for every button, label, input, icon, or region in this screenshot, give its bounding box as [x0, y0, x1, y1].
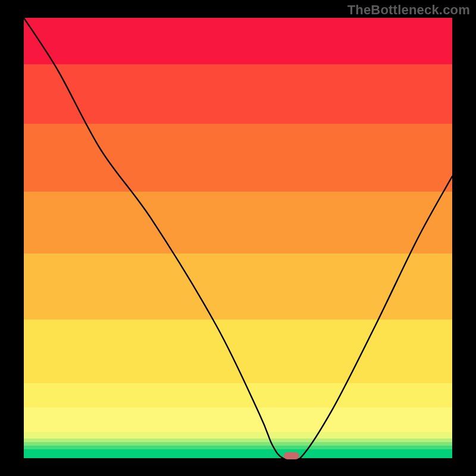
chart-frame: TheBottleneck.com [0, 0, 476, 476]
sweet-spot-marker [284, 452, 299, 459]
bottleneck-chart-svg [24, 18, 452, 458]
watermark-text: TheBottleneck.com [347, 2, 470, 18]
gradient-background [24, 18, 452, 458]
plot-area [24, 18, 452, 458]
